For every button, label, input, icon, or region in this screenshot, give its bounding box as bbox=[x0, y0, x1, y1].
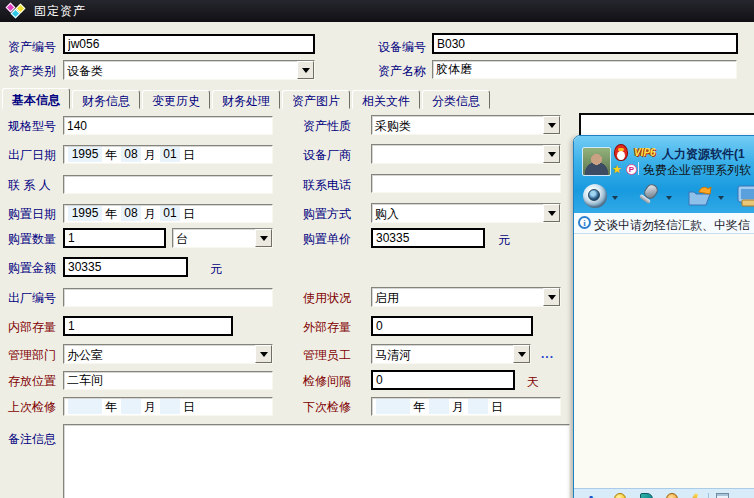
magic-icon[interactable] bbox=[689, 493, 698, 498]
amount-input[interactable] bbox=[63, 257, 188, 277]
status-select[interactable]: 启用 bbox=[371, 287, 561, 307]
asset-cat-select[interactable]: 设备类 bbox=[63, 60, 315, 80]
factory-no-label: 出厂编号 bbox=[8, 291, 56, 305]
phone-label: 联系电话 bbox=[303, 178, 351, 192]
manager-select[interactable]: 马清河 bbox=[371, 344, 531, 364]
buy-mode-label: 购置方式 bbox=[303, 207, 351, 221]
remarks-label: 备注信息 bbox=[8, 432, 56, 446]
qty-label: 购置数量 bbox=[8, 232, 56, 246]
qq-contact-subtitle: 免费企业管理系列软 bbox=[643, 162, 751, 179]
send-file-icon[interactable] bbox=[687, 184, 713, 208]
interval-label: 检修间隔 bbox=[303, 374, 351, 388]
price-input[interactable] bbox=[371, 228, 485, 248]
shake-window-icon[interactable] bbox=[640, 493, 653, 498]
price-label: 购置单价 bbox=[303, 232, 351, 246]
microphone-icon[interactable] bbox=[636, 184, 660, 208]
nature-select[interactable]: 采购类 bbox=[371, 115, 561, 135]
qq-header: ★ P VIP6 人力资源软件(1 免费企业管理系列软 bbox=[574, 136, 754, 213]
internal-stock-label: 内部存量 bbox=[8, 320, 56, 334]
buy-date-label: 购置日期 bbox=[8, 207, 56, 221]
tab-asset-picture[interactable]: 资产图片 bbox=[282, 90, 350, 109]
dropdown-arrow-icon[interactable] bbox=[513, 345, 530, 363]
qq-penguin-icon bbox=[613, 144, 629, 164]
qq-notice-bar: i 交谈中请勿轻信汇款、中奖信 bbox=[574, 213, 754, 234]
asset-name-input[interactable] bbox=[432, 60, 737, 79]
tab-basic-info[interactable]: 基本信息 bbox=[2, 88, 70, 109]
nature-label: 资产性质 bbox=[303, 119, 351, 133]
p-badge-icon: P bbox=[626, 164, 637, 175]
vendor-label: 设备厂商 bbox=[303, 148, 351, 162]
emoticon-icon[interactable] bbox=[614, 493, 626, 498]
asset-name-label: 资产名称 bbox=[378, 64, 426, 78]
asset-no-input[interactable] bbox=[63, 34, 315, 54]
status-label: 使用状况 bbox=[303, 291, 351, 305]
microphone-dropdown-icon[interactable] bbox=[666, 196, 672, 203]
divider bbox=[708, 493, 709, 498]
contact-input[interactable] bbox=[63, 175, 273, 194]
asset-no-label: 资产编号 bbox=[8, 40, 56, 54]
tab-finance-info[interactable]: 财务信息 bbox=[72, 90, 140, 109]
location-input[interactable] bbox=[63, 371, 273, 390]
next-check-label: 下次检修 bbox=[303, 400, 351, 414]
manager-more-button[interactable]: ... bbox=[541, 347, 554, 361]
location-label: 存放位置 bbox=[8, 374, 56, 388]
qty-unit-select[interactable]: 台 bbox=[172, 228, 273, 248]
tab-related-files[interactable]: 相关文件 bbox=[352, 90, 420, 109]
dropdown-arrow-icon[interactable] bbox=[543, 288, 560, 306]
mfg-date-label: 出厂日期 bbox=[8, 148, 56, 162]
tab-change-history[interactable]: 变更历史 bbox=[142, 90, 210, 109]
dropdown-arrow-icon[interactable] bbox=[543, 204, 560, 222]
mfg-date-input[interactable]: 1995年08月01日 bbox=[63, 145, 273, 164]
qq-chat-popup[interactable]: ★ P VIP6 人力资源软件(1 免费企业管理系列软 bbox=[573, 135, 754, 498]
contact-label: 联 系 人 bbox=[8, 178, 51, 192]
qq-toolbar bbox=[574, 182, 754, 213]
history-icon[interactable] bbox=[666, 493, 678, 498]
tab-category-info[interactable]: 分类信息 bbox=[422, 90, 490, 109]
level-star-icon: ★ bbox=[612, 163, 622, 175]
buy-mode-select[interactable]: 购入 bbox=[371, 203, 561, 223]
spec-input[interactable] bbox=[63, 116, 273, 135]
vip-badge: VIP6 bbox=[634, 147, 656, 158]
interval-input[interactable] bbox=[371, 370, 515, 390]
qq-notice-text: 交谈中请勿轻信汇款、中奖信 bbox=[594, 217, 750, 234]
next-check-input[interactable]: 年月日 bbox=[371, 397, 561, 416]
price-unit: 元 bbox=[498, 232, 510, 249]
external-stock-label: 外部存量 bbox=[303, 320, 351, 334]
screenshot-icon[interactable] bbox=[716, 493, 729, 498]
qq-contact-title: 人力资源软件(1 bbox=[662, 146, 745, 163]
qty-input[interactable] bbox=[63, 228, 166, 248]
font-icon[interactable]: A bbox=[586, 493, 596, 498]
remote-screen-icon[interactable] bbox=[737, 184, 754, 208]
divider bbox=[638, 162, 639, 175]
window-title: 固定资产 bbox=[34, 3, 86, 20]
webcam-dropdown-icon[interactable] bbox=[612, 196, 618, 203]
dropdown-arrow-icon[interactable] bbox=[255, 229, 272, 247]
internal-stock-input[interactable] bbox=[63, 316, 233, 336]
dropdown-arrow-icon[interactable] bbox=[255, 345, 272, 363]
tab-finance-process[interactable]: 财务处理 bbox=[212, 90, 280, 109]
factory-no-input[interactable] bbox=[63, 288, 273, 307]
external-stock-input[interactable] bbox=[371, 316, 533, 336]
amount-label: 购置金额 bbox=[8, 261, 56, 275]
dept-label: 管理部门 bbox=[8, 348, 56, 362]
qq-message-area[interactable] bbox=[574, 234, 754, 488]
remarks-textarea[interactable] bbox=[63, 424, 570, 498]
interval-unit: 天 bbox=[527, 374, 539, 391]
dropdown-arrow-icon[interactable] bbox=[297, 61, 314, 79]
last-check-input[interactable]: 年月日 bbox=[63, 397, 273, 416]
avatar[interactable] bbox=[582, 147, 611, 176]
dept-select[interactable]: 办公室 bbox=[63, 344, 273, 364]
dropdown-arrow-icon[interactable] bbox=[543, 145, 560, 163]
webcam-icon[interactable] bbox=[583, 184, 607, 208]
asset-cat-label: 资产类别 bbox=[8, 64, 56, 78]
title-bar[interactable]: 固定资产 bbox=[0, 0, 754, 22]
last-check-label: 上次检修 bbox=[8, 400, 56, 414]
info-icon: i bbox=[578, 216, 591, 229]
send-file-dropdown-icon[interactable] bbox=[718, 196, 724, 203]
vendor-select[interactable] bbox=[371, 144, 561, 164]
manager-label: 管理员工 bbox=[303, 348, 351, 362]
device-no-input[interactable] bbox=[432, 33, 738, 54]
phone-input[interactable] bbox=[371, 174, 561, 193]
dropdown-arrow-icon[interactable] bbox=[543, 116, 560, 134]
buy-date-input[interactable]: 1995年08月01日 bbox=[63, 204, 273, 223]
